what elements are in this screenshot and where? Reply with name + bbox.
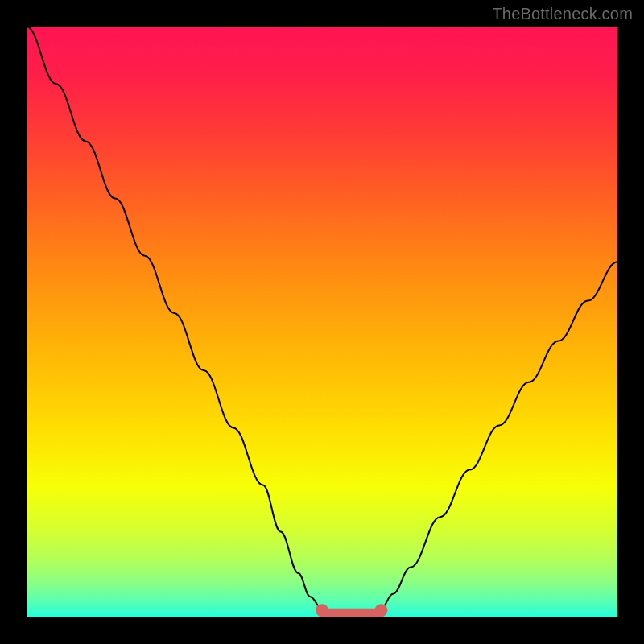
- bottleneck-curve-line: [27, 27, 617, 616]
- watermark-text: TheBottleneck.com: [492, 5, 633, 23]
- plot-area: [27, 27, 617, 617]
- chart-frame: TheBottleneck.com: [0, 0, 644, 644]
- svg-point-1: [316, 604, 328, 617]
- svg-point-2: [374, 604, 387, 617]
- bottleneck-chart: [27, 27, 617, 617]
- flat-region-markers: [316, 604, 387, 617]
